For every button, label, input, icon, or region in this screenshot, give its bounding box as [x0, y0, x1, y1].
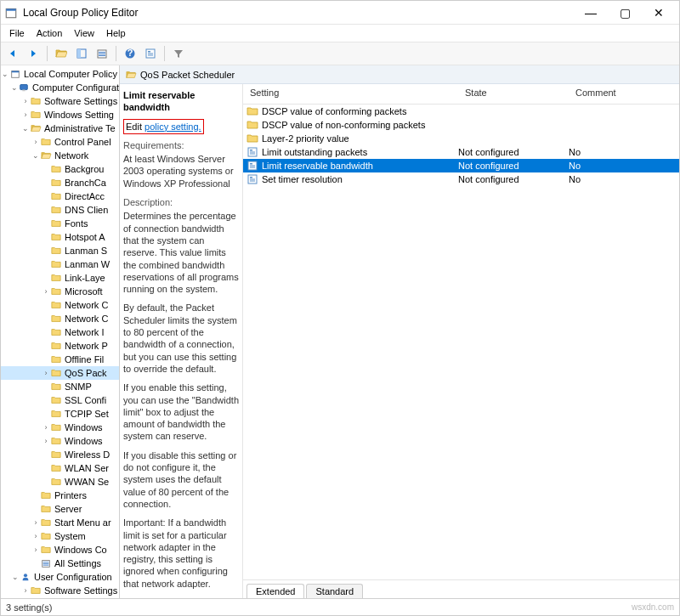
tree-item-ssl[interactable]: SSL Confi — [1, 393, 119, 407]
menu-action[interactable]: Action — [31, 26, 68, 40]
caret-icon[interactable]: › — [42, 366, 50, 380]
tree-item-network_c2[interactable]: Network C — [1, 312, 119, 325]
caret-icon[interactable]: › — [21, 584, 30, 597]
tree-item-wwan[interactable]: WWAN Se — [1, 475, 119, 489]
close-button[interactable]: ✕ — [642, 3, 676, 23]
properties-button[interactable] — [142, 45, 159, 62]
folder-icon — [50, 164, 62, 174]
help-button[interactable]: ? — [122, 45, 139, 62]
menu-help[interactable]: Help — [101, 26, 131, 40]
folder-icon — [50, 327, 62, 337]
edit-policy-link[interactable]: policy setting. — [144, 122, 201, 132]
caret-icon[interactable]: › — [31, 543, 40, 557]
folder-icon — [50, 477, 62, 487]
tree-item-snmp[interactable]: SNMP — [1, 380, 119, 393]
back-button[interactable] — [4, 45, 21, 62]
list-rows[interactable]: DSCP value of conforming packetsDSCP val… — [243, 105, 679, 579]
forward-button[interactable] — [25, 45, 42, 62]
row-comment: No — [569, 174, 679, 184]
tree-label: Backgrou — [65, 162, 104, 176]
tree-item-u_software[interactable]: ›Software Settings — [1, 584, 119, 597]
folder-icon — [50, 178, 62, 188]
tree-item-microsoft[interactable]: ›Microsoft — [1, 285, 119, 298]
tree-item-network_i[interactable]: Network I — [1, 325, 119, 339]
tree-item-windows_c2[interactable]: ›Windows — [1, 434, 119, 448]
tree-label: TCPIP Set — [65, 407, 109, 421]
tree-item-lanman_s[interactable]: Lanman S — [1, 244, 119, 257]
tree-item-link_layer[interactable]: Link-Laye — [1, 271, 119, 285]
caret-icon[interactable]: › — [42, 434, 50, 448]
tree-item-hotspot[interactable]: Hotspot A — [1, 230, 119, 244]
list-row[interactable]: Set timer resolutionNot configuredNo — [243, 172, 679, 186]
tree-item-windows_setting[interactable]: ›Windows Setting — [1, 108, 119, 122]
tree-item-lanman_w[interactable]: Lanman W — [1, 257, 119, 271]
caret-icon[interactable]: ⌄ — [11, 570, 20, 584]
requirements-text: At least Windows Server 2003 operating s… — [123, 153, 239, 189]
caret-icon[interactable]: ⌄ — [21, 122, 30, 135]
folder-icon — [50, 273, 62, 283]
tree-item-software_settings[interactable]: ›Software Settings — [1, 94, 119, 108]
tree-item-directaccess[interactable]: DirectAcc — [1, 189, 119, 203]
tree-item-all_settings[interactable]: All Settings — [1, 557, 119, 570]
tree-item-start_menu[interactable]: ›Start Menu ar — [1, 516, 119, 529]
caret-icon[interactable]: › — [31, 529, 40, 543]
caret-icon[interactable]: › — [21, 108, 30, 122]
tree-item-printers[interactable]: Printers — [1, 489, 119, 502]
menu-file[interactable]: File — [4, 26, 30, 40]
tree-item-background[interactable]: Backgrou — [1, 162, 119, 176]
list-row[interactable]: Limit reservable bandwidthNot configured… — [243, 159, 679, 172]
tree-item-windows_comp[interactable]: ›Windows Co — [1, 543, 119, 557]
caret-icon[interactable]: › — [31, 516, 40, 529]
tree-item-system[interactable]: ›System — [1, 529, 119, 543]
caret-icon[interactable]: › — [42, 285, 50, 298]
caret-icon[interactable]: ⌄ — [1, 67, 9, 81]
tree-item-fonts[interactable]: Fonts — [1, 217, 119, 230]
tree-item-network_c[interactable]: Network C — [1, 298, 119, 312]
tree-item-wlan[interactable]: WLAN Ser — [1, 461, 119, 475]
show-tree-button[interactable] — [73, 45, 90, 62]
tree-item-windows_c[interactable]: ›Windows — [1, 421, 119, 434]
tree-item-root[interactable]: ⌄Local Computer Policy — [1, 67, 119, 81]
edit-prefix: Edit — [126, 122, 144, 132]
tree-item-user_cfg[interactable]: ⌄User Configuration — [1, 570, 119, 584]
filter-button[interactable] — [170, 45, 187, 62]
tree-label: SNMP — [65, 380, 92, 393]
folder-icon — [50, 300, 62, 310]
tree-item-server[interactable]: Server — [1, 502, 119, 516]
tree-item-network[interactable]: ⌄Network — [1, 149, 119, 162]
tree-item-admin_templates[interactable]: ⌄Administrative Te — [1, 122, 119, 135]
folder-icon — [246, 105, 258, 117]
col-setting[interactable]: Setting — [243, 84, 458, 104]
list-row[interactable]: Layer-2 priority value — [243, 132, 679, 145]
tree-item-control_panel[interactable]: ›Control Panel — [1, 135, 119, 149]
export-button[interactable] — [94, 45, 110, 62]
tree-item-computer_cfg[interactable]: ⌄Computer Configuratio — [1, 81, 119, 94]
menu-view[interactable]: View — [69, 26, 99, 40]
tree-item-tcpip[interactable]: TCPIP Set — [1, 407, 119, 421]
col-state[interactable]: State — [458, 84, 569, 104]
tab-standard[interactable]: Standard — [306, 584, 363, 598]
tab-extended[interactable]: Extended — [246, 584, 304, 598]
tree-label: Windows — [65, 434, 103, 448]
tree-item-branchcache[interactable]: BranchCa — [1, 176, 119, 189]
row-setting: Limit reservable bandwidth — [262, 161, 458, 171]
list-row[interactable]: DSCP value of non-conforming packets — [243, 118, 679, 132]
tree-item-dns_client[interactable]: DNS Clien — [1, 203, 119, 217]
caret-icon[interactable]: › — [42, 421, 50, 434]
caret-icon[interactable]: ⌄ — [11, 81, 18, 94]
tree-item-network_p[interactable]: Network P — [1, 339, 119, 353]
caret-icon[interactable]: ⌄ — [31, 149, 40, 162]
tree-item-offline[interactable]: Offline Fil — [1, 353, 119, 366]
caret-icon[interactable]: › — [31, 135, 40, 149]
maximize-button[interactable]: ▢ — [608, 3, 642, 23]
col-comment[interactable]: Comment — [569, 84, 679, 104]
details-p3: If you disable this setting or do not co… — [123, 449, 239, 510]
tree-pane[interactable]: ⌄Local Computer Policy⌄Computer Configur… — [1, 65, 120, 598]
minimize-button[interactable]: — — [574, 3, 608, 23]
list-row[interactable]: Limit outstanding packetsNot configuredN… — [243, 145, 679, 159]
caret-icon[interactable]: › — [21, 94, 30, 108]
up-button[interactable] — [53, 45, 70, 62]
tree-item-wireless[interactable]: Wireless D — [1, 448, 119, 461]
tree-item-qos[interactable]: ›QoS Pack — [1, 366, 119, 380]
list-row[interactable]: DSCP value of conforming packets — [243, 105, 679, 118]
